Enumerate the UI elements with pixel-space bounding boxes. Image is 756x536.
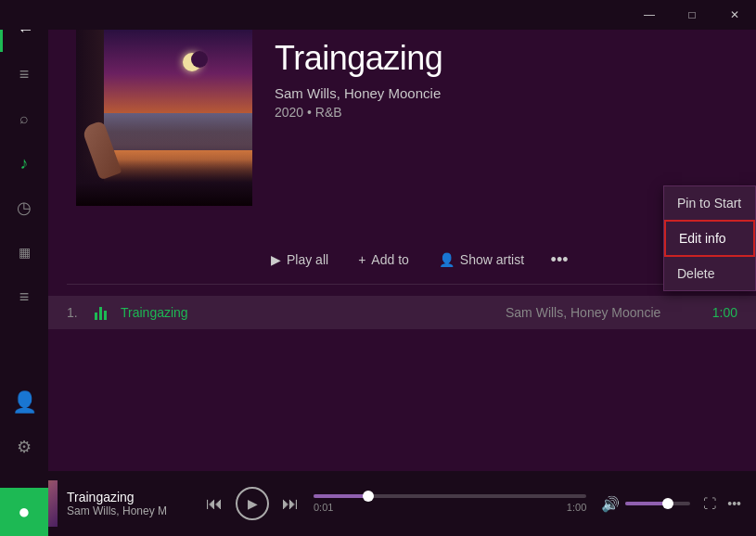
title-bar-controls: — □ ✕ [628, 0, 756, 30]
track-duration: 1:00 [691, 305, 737, 320]
prev-icon: ⏮ [206, 494, 223, 514]
next-button[interactable]: ⏭ [282, 494, 299, 514]
album-info: Traingazing Sam Wills, Honey Mooncie 202… [275, 30, 442, 120]
progress-times: 0:01 1:00 [314, 502, 586, 513]
play-all-label: Play all [287, 252, 328, 267]
user-icon: 👤 [12, 390, 37, 415]
main-content: Traingazing Sam Wills, Honey Mooncie 202… [48, 0, 756, 471]
water-reflection [99, 113, 252, 150]
close-button[interactable]: ✕ [713, 0, 756, 30]
menu-icon: ≡ [19, 65, 30, 84]
search-icon: ⌕ [19, 110, 29, 127]
album-art-inner [76, 30, 252, 206]
progress-area: 0:01 1:00 [314, 494, 586, 513]
now-playing-info: Traingazing Sam Wills, Honey M [67, 490, 197, 517]
progress-fill [314, 494, 368, 498]
total-time: 1:00 [567, 502, 586, 513]
settings-icon: ⚙ [17, 437, 32, 457]
edit-info-menu-item[interactable]: Edit info [664, 220, 755, 257]
player-controls: ⏮ ▶ ⏭ [206, 487, 299, 520]
prev-button[interactable]: ⏮ [206, 494, 223, 514]
play-all-button[interactable]: ▶ Play all [256, 245, 343, 274]
sidebar-item-menu[interactable]: ≡ [0, 52, 48, 96]
now-playing-title: Traingazing [67, 490, 197, 504]
extra-controls: ⛶ ••• [699, 492, 745, 515]
volume-area: 🔊 [601, 495, 690, 513]
artist-icon: 👤 [439, 252, 455, 267]
list-icon: ≡ [19, 287, 30, 307]
add-to-label: Add to [371, 252, 408, 267]
album-artist: Sam Wills, Honey Mooncie [275, 85, 442, 101]
sidebar-item-settings[interactable]: ⚙ [0, 425, 48, 469]
current-time: 0:01 [314, 502, 333, 513]
sidebar-item-recent[interactable]: ◷ [0, 185, 48, 230]
play-pause-button[interactable]: ▶ [236, 487, 269, 520]
chart-icon: ▦ [19, 245, 31, 260]
sidebar: ← ≡ ⌕ ♪ ◷ ▦ ≡ 👤 ⚙ ● [0, 0, 48, 536]
progress-bar[interactable] [314, 494, 586, 498]
music-icon: ♪ [20, 154, 29, 173]
maximize-button[interactable]: □ [671, 0, 713, 30]
sidebar-item-search[interactable]: ⌕ [0, 96, 48, 141]
track-number: 1. [67, 305, 95, 320]
sidebar-item-spotify[interactable]: ● [0, 488, 48, 536]
minimize-button[interactable]: — [628, 0, 671, 30]
extra-more-button[interactable]: ••• [724, 492, 745, 515]
sidebar-item-list[interactable]: ≡ [0, 274, 48, 319]
album-meta: 2020 • R&B [275, 105, 442, 120]
track-playing-bars [95, 305, 111, 320]
moon-shadow [191, 51, 208, 68]
screen-button[interactable]: ⛶ [699, 492, 720, 515]
album-title: Traingazing [275, 39, 442, 78]
pin-to-start-menu-item[interactable]: Pin to Start [664, 186, 755, 220]
volume-icon[interactable]: 🔊 [601, 495, 620, 513]
add-to-button[interactable]: + Add to [343, 245, 424, 274]
add-icon: + [358, 252, 365, 267]
sidebar-item-music[interactable]: ♪ [0, 141, 48, 185]
play-icon: ▶ [271, 252, 281, 267]
show-artist-label: Show artist [460, 252, 524, 267]
bar-2 [99, 307, 102, 320]
divider [67, 284, 737, 285]
sidebar-item-user[interactable]: 👤 [0, 380, 48, 425]
volume-bar[interactable] [625, 502, 690, 505]
album-art [76, 30, 252, 206]
track-list: 1. Traingazing Sam Wills, Honey Mooncie … [48, 292, 756, 333]
show-artist-button[interactable]: 👤 Show artist [424, 245, 539, 274]
track-artist: Sam Wills, Honey Mooncie [506, 305, 691, 320]
spotify-icon: ● [18, 500, 30, 524]
now-playing-bar: Traingazing Sam Wills, Honey M ⏮ ▶ ⏭ 0:0… [0, 471, 756, 536]
more-button[interactable]: ••• [543, 243, 576, 276]
album-header: Traingazing Sam Wills, Honey Mooncie 202… [48, 0, 756, 224]
bar-1 [95, 313, 97, 320]
play-pause-icon: ▶ [248, 496, 258, 511]
table-row[interactable]: 1. Traingazing Sam Wills, Honey Mooncie … [48, 296, 756, 329]
action-bar: ▶ Play all + Add to 👤 Show artist ••• [48, 243, 756, 276]
context-menu: Pin to Start Edit info Delete [663, 185, 756, 291]
progress-thumb [363, 491, 374, 502]
bar-3 [104, 311, 107, 320]
volume-thumb [662, 498, 673, 509]
track-name: Traingazing [121, 305, 506, 320]
now-playing-artist: Sam Wills, Honey M [67, 504, 197, 517]
recent-icon: ◷ [17, 198, 32, 218]
title-bar: — □ ✕ [0, 0, 756, 30]
more-icon: ••• [551, 250, 569, 270]
next-icon: ⏭ [282, 494, 299, 514]
delete-menu-item[interactable]: Delete [664, 257, 755, 290]
sidebar-item-chart[interactable]: ▦ [0, 230, 48, 274]
